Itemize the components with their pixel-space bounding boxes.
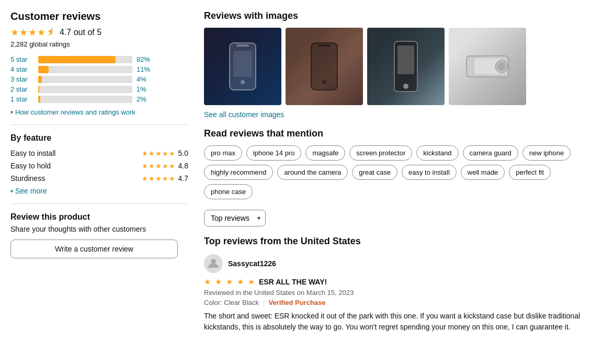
- bar-pct-5star[interactable]: 82%: [137, 55, 150, 63]
- by-feature-title: By feature: [10, 133, 188, 143]
- feature-score-easy-hold: 4.8: [178, 162, 188, 170]
- svg-point-13: [498, 63, 505, 70]
- feature-right-sturdiness: ★ ★ ★ ★ ★ 4.7: [142, 174, 188, 183]
- bar-fill-4star: [38, 66, 49, 73]
- bar-row-3star: 3 star 4%: [10, 75, 188, 83]
- top-reviews-title: Top reviews from the United States: [204, 236, 604, 247]
- bar-fill-2star: [38, 86, 39, 93]
- tag-around-camera[interactable]: around the camera: [277, 165, 348, 180]
- tag-magsafe[interactable]: magsafe: [305, 145, 345, 161]
- rating-value: 4.7 out of 5: [60, 28, 101, 37]
- tag-camera-guard[interactable]: camera guard: [463, 145, 518, 161]
- chevron-down-icon: ▾: [10, 109, 13, 115]
- tag-highly-recommend[interactable]: highly recommend: [204, 165, 273, 180]
- tag-screen-protector[interactable]: screen protector: [349, 145, 412, 161]
- rating-summary: ★ ★ ★ ★ ⯨ 4.7 out of 5: [10, 27, 188, 38]
- tag-new-iphone[interactable]: new iphone: [522, 145, 571, 161]
- reviewer-row: Sassycat1226: [204, 254, 604, 273]
- feature-stars-easy-hold: ★ ★ ★ ★ ★: [142, 162, 175, 170]
- review-title: ESR ALL THE WAY!: [259, 278, 327, 286]
- bar-fill-3star: [38, 76, 42, 83]
- bar-label-4star[interactable]: 4 star: [10, 65, 34, 73]
- feature-name-easy-install: Easy to install: [10, 149, 55, 157]
- bar-row-2star: 2 star 1%: [10, 85, 188, 93]
- feature-score-easy-install: 5.0: [178, 149, 188, 157]
- sort-select-wrapper[interactable]: Top reviews Most recent: [204, 210, 266, 226]
- customer-reviews-title: Customer reviews: [10, 10, 188, 22]
- sort-select[interactable]: Top reviews Most recent: [204, 210, 266, 226]
- bar-track-1star: [38, 96, 132, 103]
- svg-rect-8: [397, 46, 414, 74]
- tag-great-case[interactable]: great case: [352, 165, 397, 180]
- feature-score-sturdiness: 4.7: [178, 174, 188, 183]
- bar-label-2star[interactable]: 2 star: [10, 85, 34, 93]
- svg-point-2: [241, 80, 245, 84]
- feature-stars-sturdiness: ★ ★ ★ ★ ★: [142, 175, 175, 183]
- star-1: ★: [10, 27, 19, 38]
- svg-point-9: [403, 84, 408, 89]
- avatar: [204, 254, 223, 273]
- write-review-button[interactable]: Write a customer review: [10, 240, 178, 258]
- read-mentions-title: Read reviews that mention: [204, 128, 604, 139]
- star-5: ⯨: [46, 27, 55, 38]
- svg-rect-5: [318, 44, 331, 47]
- feature-sturdiness: Sturdiness ★ ★ ★ ★ ★ 4.7: [10, 174, 188, 183]
- review-body: The short and sweet: ESR knocked it out …: [204, 311, 604, 333]
- bar-row-1star: 1 star 2%: [10, 95, 188, 103]
- bar-pct-3star[interactable]: 4%: [137, 75, 146, 83]
- bar-track-5star: [38, 56, 132, 63]
- feature-right-easy-install: ★ ★ ★ ★ ★ 5.0: [142, 149, 188, 157]
- bar-track-3star: [38, 76, 132, 83]
- svg-point-14: [211, 259, 216, 264]
- see-more-features-link[interactable]: ▾ See more: [10, 187, 188, 195]
- bar-pct-1star[interactable]: 2%: [137, 95, 146, 103]
- bar-track-4star: [38, 66, 132, 73]
- tag-well-made[interactable]: well made: [461, 165, 505, 180]
- feature-easy-hold: Easy to hold ★ ★ ★ ★ ★ 4.8: [10, 162, 188, 170]
- review-color-info: Color: Clear Black | Verified Purchase: [204, 299, 604, 306]
- review-image-2[interactable]: [286, 28, 363, 105]
- tag-iphone-14-pro[interactable]: iphone 14 pro: [246, 145, 302, 161]
- star-3: ★: [28, 27, 37, 38]
- review-item: Sassycat1226 ★ ★ ★ ★ ★ ESR ALL THE WAY! …: [204, 254, 604, 333]
- review-image-1[interactable]: [204, 28, 281, 105]
- star-bars: 5 star 82% 4 star 11% 3 star 4%: [10, 55, 188, 103]
- review-product-title: Review this product: [10, 212, 188, 222]
- tag-perfect-fit[interactable]: perfect fit: [509, 165, 550, 180]
- tag-pro-max[interactable]: pro max: [204, 145, 242, 161]
- verified-badge: Verified Purchase: [268, 299, 325, 306]
- chevron-down-icon-2: ▾: [10, 188, 13, 194]
- rating-stars: ★ ★ ★ ★ ⯨: [10, 27, 55, 38]
- bar-row-5star: 5 star 82%: [10, 55, 188, 63]
- bar-pct-2star[interactable]: 1%: [137, 85, 146, 93]
- bar-label-5star[interactable]: 5 star: [10, 55, 34, 63]
- review-image-3[interactable]: [367, 28, 445, 105]
- svg-rect-3: [233, 51, 252, 77]
- feature-name-sturdiness: Sturdiness: [10, 174, 45, 183]
- review-tags: pro max iphone 14 pro magsafe screen pro…: [204, 145, 604, 199]
- tag-phone-case[interactable]: phone case: [204, 184, 253, 199]
- feature-name-easy-hold: Easy to hold: [10, 162, 51, 170]
- feature-easy-install: Easy to install ★ ★ ★ ★ ★ 5.0: [10, 149, 188, 157]
- star-4: ★: [37, 27, 46, 38]
- bar-fill-1star: [38, 96, 40, 103]
- how-ratings-work-link[interactable]: ▾ How customer reviews and ratings work: [10, 108, 188, 116]
- reviews-with-images-title: Reviews with images: [204, 10, 604, 21]
- bar-pct-4star[interactable]: 11%: [137, 65, 150, 73]
- features-list: Easy to install ★ ★ ★ ★ ★ 5.0 Easy to ho…: [10, 149, 188, 183]
- svg-point-6: [322, 80, 326, 84]
- reviewer-name: Sassycat1226: [228, 259, 276, 268]
- review-stars-row: ★ ★ ★ ★ ★ ESR ALL THE WAY!: [204, 277, 604, 287]
- tag-easy-to-install[interactable]: easy to install: [402, 165, 457, 180]
- divider-2: [10, 203, 188, 204]
- bar-label-1star[interactable]: 1 star: [10, 95, 34, 103]
- star-2: ★: [19, 27, 28, 38]
- bar-label-3star[interactable]: 3 star: [10, 75, 34, 83]
- tag-kickstand[interactable]: kickstand: [416, 145, 458, 161]
- see-all-images-link[interactable]: See all customer images: [204, 110, 604, 119]
- review-image-4[interactable]: [449, 28, 526, 105]
- feature-stars-easy-install: ★ ★ ★ ★ ★: [142, 150, 175, 157]
- bar-track-2star: [38, 86, 132, 93]
- svg-rect-1: [236, 44, 249, 47]
- global-ratings: 2,282 global ratings: [10, 40, 188, 48]
